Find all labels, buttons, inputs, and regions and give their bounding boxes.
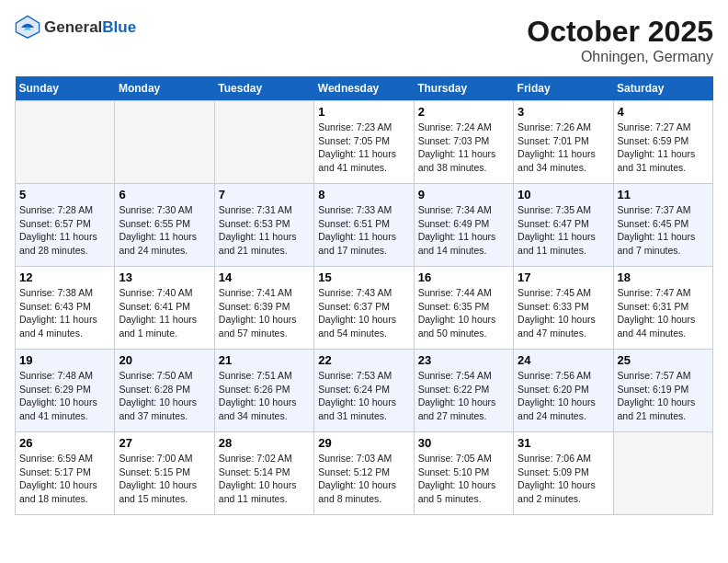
day-info: Sunrise: 7:40 AM Sunset: 6:41 PM Dayligh…: [119, 286, 210, 340]
day-number: 20: [119, 353, 210, 367]
calendar-cell: 4Sunrise: 7:27 AM Sunset: 6:59 PM Daylig…: [613, 101, 712, 184]
day-info: Sunrise: 7:06 AM Sunset: 5:09 PM Dayligh…: [518, 452, 609, 506]
location: Ohningen, Germany: [527, 49, 713, 65]
day-number: 19: [19, 353, 110, 367]
day-number: 1: [318, 105, 409, 119]
calendar-cell: 5Sunrise: 7:28 AM Sunset: 6:57 PM Daylig…: [16, 184, 115, 267]
day-info: Sunrise: 7:26 AM Sunset: 7:01 PM Dayligh…: [518, 121, 609, 175]
day-info: Sunrise: 7:30 AM Sunset: 6:55 PM Dayligh…: [119, 203, 210, 258]
header-cell-saturday: Saturday: [613, 76, 712, 101]
day-info: Sunrise: 7:28 AM Sunset: 6:57 PM Dayligh…: [19, 203, 110, 258]
calendar-cell: 14Sunrise: 7:41 AM Sunset: 6:39 PM Dayli…: [214, 267, 313, 350]
calendar-cell: 23Sunrise: 7:54 AM Sunset: 6:22 PM Dayli…: [414, 350, 513, 432]
day-info: Sunrise: 7:23 AM Sunset: 7:05 PM Dayligh…: [318, 121, 409, 175]
day-number: 4: [618, 105, 709, 119]
day-number: 28: [219, 436, 310, 450]
day-number: 5: [19, 188, 110, 201]
day-number: 12: [19, 270, 110, 284]
day-info: Sunrise: 7:45 AM Sunset: 6:33 PM Dayligh…: [518, 286, 609, 340]
calendar-cell: 1Sunrise: 7:23 AM Sunset: 7:05 PM Daylig…: [314, 101, 414, 184]
calendar-cell: 27Sunrise: 7:00 AM Sunset: 5:15 PM Dayli…: [115, 432, 214, 515]
calendar-cell: 28Sunrise: 7:02 AM Sunset: 5:14 PM Dayli…: [214, 432, 313, 515]
calendar-cell: 10Sunrise: 7:35 AM Sunset: 6:47 PM Dayli…: [514, 184, 613, 267]
day-info: Sunrise: 7:43 AM Sunset: 6:37 PM Dayligh…: [318, 286, 409, 340]
calendar-cell: [16, 101, 115, 184]
week-row-4: 19Sunrise: 7:48 AM Sunset: 6:29 PM Dayli…: [16, 350, 713, 432]
week-row-2: 5Sunrise: 7:28 AM Sunset: 6:57 PM Daylig…: [16, 184, 713, 267]
calendar-cell: 30Sunrise: 7:05 AM Sunset: 5:10 PM Dayli…: [414, 432, 513, 515]
calendar-cell: 15Sunrise: 7:43 AM Sunset: 6:37 PM Dayli…: [314, 267, 414, 350]
calendar-cell: 6Sunrise: 7:30 AM Sunset: 6:55 PM Daylig…: [115, 184, 214, 267]
day-number: 13: [119, 270, 210, 284]
day-number: 7: [219, 188, 310, 201]
day-number: 26: [19, 436, 110, 450]
day-info: Sunrise: 7:54 AM Sunset: 6:22 PM Dayligh…: [418, 369, 509, 423]
day-info: Sunrise: 7:44 AM Sunset: 6:35 PM Dayligh…: [418, 286, 509, 340]
calendar-cell: 19Sunrise: 7:48 AM Sunset: 6:29 PM Dayli…: [16, 350, 115, 432]
day-number: 27: [119, 436, 210, 450]
calendar-cell: 8Sunrise: 7:33 AM Sunset: 6:51 PM Daylig…: [314, 184, 414, 267]
header-cell-friday: Friday: [514, 76, 613, 101]
calendar-cell: 17Sunrise: 7:45 AM Sunset: 6:33 PM Dayli…: [514, 267, 613, 350]
day-info: Sunrise: 6:59 AM Sunset: 5:17 PM Dayligh…: [19, 452, 110, 506]
day-number: 16: [418, 270, 509, 284]
day-number: 8: [318, 188, 409, 201]
calendar-cell: 31Sunrise: 7:06 AM Sunset: 5:09 PM Dayli…: [514, 432, 613, 515]
calendar-cell: 24Sunrise: 7:56 AM Sunset: 6:20 PM Dayli…: [514, 350, 613, 432]
day-info: Sunrise: 7:24 AM Sunset: 7:03 PM Dayligh…: [418, 121, 509, 175]
day-number: 17: [518, 270, 609, 284]
day-info: Sunrise: 7:41 AM Sunset: 6:39 PM Dayligh…: [219, 286, 310, 340]
calendar-table: SundayMondayTuesdayWednesdayThursdayFrid…: [15, 76, 713, 515]
calendar-cell: 16Sunrise: 7:44 AM Sunset: 6:35 PM Dayli…: [414, 267, 513, 350]
day-number: 3: [518, 105, 609, 119]
day-info: Sunrise: 7:33 AM Sunset: 6:51 PM Dayligh…: [318, 203, 409, 258]
day-number: 6: [119, 188, 210, 201]
logo: GeneralBlue: [15, 15, 136, 40]
day-info: Sunrise: 7:00 AM Sunset: 5:15 PM Dayligh…: [119, 452, 210, 506]
calendar-cell: 11Sunrise: 7:37 AM Sunset: 6:45 PM Dayli…: [613, 184, 712, 267]
day-number: 31: [518, 436, 609, 450]
day-info: Sunrise: 7:48 AM Sunset: 6:29 PM Dayligh…: [19, 369, 110, 423]
header-row: SundayMondayTuesdayWednesdayThursdayFrid…: [16, 76, 713, 101]
day-info: Sunrise: 7:50 AM Sunset: 6:28 PM Dayligh…: [119, 369, 210, 423]
header-cell-monday: Monday: [115, 76, 214, 101]
calendar-body: 1Sunrise: 7:23 AM Sunset: 7:05 PM Daylig…: [16, 101, 713, 515]
day-info: Sunrise: 7:56 AM Sunset: 6:20 PM Dayligh…: [518, 369, 609, 423]
calendar-cell: 22Sunrise: 7:53 AM Sunset: 6:24 PM Dayli…: [314, 350, 414, 432]
calendar-cell: 29Sunrise: 7:03 AM Sunset: 5:12 PM Dayli…: [314, 432, 414, 515]
calendar-cell: 7Sunrise: 7:31 AM Sunset: 6:53 PM Daylig…: [214, 184, 313, 267]
day-number: 9: [418, 188, 509, 201]
header-cell-wednesday: Wednesday: [314, 76, 414, 101]
day-number: 30: [418, 436, 509, 450]
day-info: Sunrise: 7:51 AM Sunset: 6:26 PM Dayligh…: [219, 369, 310, 423]
day-number: 11: [618, 188, 709, 201]
header-cell-tuesday: Tuesday: [214, 76, 313, 101]
day-number: 2: [418, 105, 509, 119]
page-header: GeneralBlue October 2025 Ohningen, Germa…: [15, 15, 713, 65]
day-info: Sunrise: 7:34 AM Sunset: 6:49 PM Dayligh…: [418, 203, 509, 258]
day-info: Sunrise: 7:47 AM Sunset: 6:31 PM Dayligh…: [618, 286, 709, 340]
calendar-header: SundayMondayTuesdayWednesdayThursdayFrid…: [16, 76, 713, 101]
calendar-cell: 18Sunrise: 7:47 AM Sunset: 6:31 PM Dayli…: [613, 267, 712, 350]
calendar-cell: [613, 432, 712, 515]
calendar-cell: 12Sunrise: 7:38 AM Sunset: 6:43 PM Dayli…: [16, 267, 115, 350]
day-info: Sunrise: 7:03 AM Sunset: 5:12 PM Dayligh…: [318, 452, 409, 506]
week-row-3: 12Sunrise: 7:38 AM Sunset: 6:43 PM Dayli…: [16, 267, 713, 350]
header-cell-thursday: Thursday: [414, 76, 513, 101]
day-number: 24: [518, 353, 609, 367]
calendar-cell: 20Sunrise: 7:50 AM Sunset: 6:28 PM Dayli…: [115, 350, 214, 432]
day-number: 18: [618, 270, 709, 284]
week-row-5: 26Sunrise: 6:59 AM Sunset: 5:17 PM Dayli…: [16, 432, 713, 515]
title-block: October 2025 Ohningen, Germany: [527, 15, 713, 65]
calendar-cell: 25Sunrise: 7:57 AM Sunset: 6:19 PM Dayli…: [613, 350, 712, 432]
day-number: 23: [418, 353, 509, 367]
calendar-cell: 2Sunrise: 7:24 AM Sunset: 7:03 PM Daylig…: [414, 101, 513, 184]
calendar-cell: 21Sunrise: 7:51 AM Sunset: 6:26 PM Dayli…: [214, 350, 313, 432]
day-number: 10: [518, 188, 609, 201]
day-info: Sunrise: 7:38 AM Sunset: 6:43 PM Dayligh…: [19, 286, 110, 340]
calendar-cell: [214, 101, 313, 184]
week-row-1: 1Sunrise: 7:23 AM Sunset: 7:05 PM Daylig…: [16, 101, 713, 184]
day-info: Sunrise: 7:57 AM Sunset: 6:19 PM Dayligh…: [618, 369, 709, 423]
day-number: 25: [618, 353, 709, 367]
calendar-cell: 13Sunrise: 7:40 AM Sunset: 6:41 PM Dayli…: [115, 267, 214, 350]
